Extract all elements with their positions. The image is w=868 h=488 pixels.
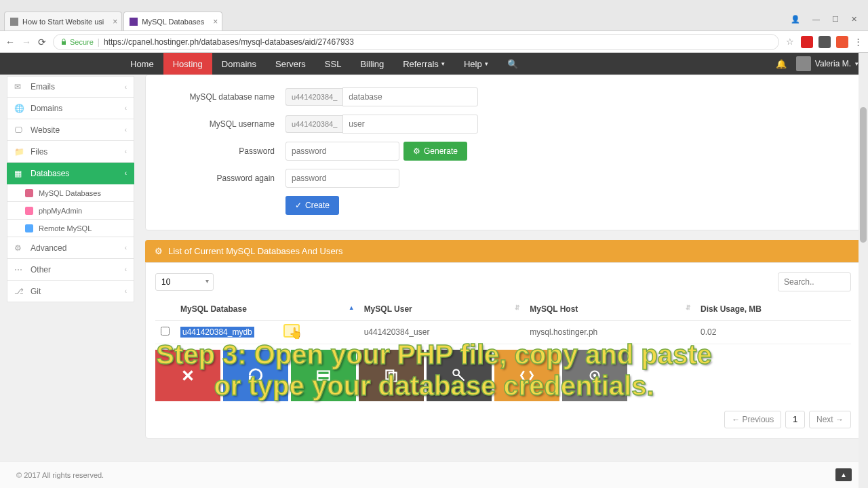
close-icon	[179, 367, 197, 384]
nav-search[interactable]: 🔍	[498, 53, 528, 75]
row-checkbox[interactable]	[161, 327, 170, 336]
chevron-left-icon: ‹	[125, 169, 127, 177]
col-disk: Disk Usage, MB	[695, 298, 851, 321]
scrollbar[interactable]	[859, 53, 868, 488]
nav-home[interactable]: Home	[121, 53, 163, 75]
user-menu[interactable]: Valeria M. ▾	[796, 56, 859, 71]
maximize-icon[interactable]: ☐	[832, 15, 839, 24]
password2-input[interactable]	[285, 169, 399, 188]
chevron-left-icon: ‹	[125, 244, 127, 251]
delete-tile[interactable]	[155, 350, 220, 401]
sidebar-item-git[interactable]: ⎇Git‹	[7, 281, 134, 302]
sidebar-item-emails[interactable]: ✉Emails‹	[7, 76, 134, 98]
db-table: MySQL Database▲ MySQL User⇵ MySQL Host⇵ …	[155, 298, 851, 344]
close-icon[interactable]: ×	[113, 17, 117, 26]
nav-servers[interactable]: Servers	[266, 53, 315, 75]
account-icon[interactable]: 👤	[791, 15, 800, 24]
server-icon	[315, 367, 332, 384]
sidebar-item-advanced[interactable]: ⚙Advanced‹	[7, 237, 134, 259]
col-db: MySQL Database▲	[175, 298, 359, 321]
chevron-left-icon: ‹	[125, 126, 127, 134]
reload-icon[interactable]: ⟳	[38, 37, 46, 47]
top-nav: Home Hosting Domains Servers SSL Billing…	[0, 53, 868, 75]
nav-domains[interactable]: Domains	[212, 53, 266, 75]
sidebar-item-databases[interactable]: ▦Databases‹	[7, 163, 134, 184]
mail-icon: ✉	[14, 82, 24, 92]
page-size-select[interactable]: 10	[155, 273, 214, 291]
copy-icon	[382, 367, 400, 384]
sidebar-sub-phpmyadmin[interactable]: phpMyAdmin	[7, 202, 134, 220]
nav-help[interactable]: Help ▾	[454, 53, 498, 75]
nav-billing[interactable]: Billing	[351, 53, 393, 75]
sidebar-item-domains[interactable]: 🌐Domains‹	[7, 98, 134, 119]
address-bar[interactable]: Secure | https://cpanel.hostinger.ph/dat…	[53, 34, 779, 50]
sort-icon[interactable]: ⇵	[686, 304, 691, 311]
db-icon	[25, 189, 33, 197]
extension-icon[interactable]	[836, 36, 848, 48]
menu-icon[interactable]: ⋮	[854, 37, 863, 47]
browser-tab[interactable]: How to Start Website usi ×	[4, 12, 122, 30]
star-icon[interactable]: ☆	[786, 37, 794, 47]
back-icon[interactable]: ←	[5, 37, 15, 47]
copy-tile[interactable]	[359, 350, 424, 401]
gear-icon: ⚙	[14, 243, 24, 253]
close-window-icon[interactable]: ✕	[851, 15, 857, 24]
password-input[interactable]	[285, 142, 399, 161]
db-name-input[interactable]	[342, 87, 478, 106]
table-search-input[interactable]	[778, 272, 851, 291]
sidebar-item-files[interactable]: 📁Files‹	[7, 141, 134, 163]
key-icon	[450, 367, 468, 384]
sort-icon[interactable]: ▲	[349, 304, 355, 311]
create-button[interactable]: ✓Create	[285, 196, 339, 215]
url-text: https://cpanel.hostinger.ph/databases/my…	[104, 37, 354, 47]
gear-icon: ⚙	[155, 246, 163, 256]
svg-rect-1	[317, 371, 329, 375]
sort-icon[interactable]: ⇵	[515, 304, 520, 311]
sidebar-sub-remote-mysql[interactable]: Remote MySQL	[7, 220, 134, 237]
scrollbar-thumb[interactable]	[860, 107, 867, 243]
browser-tabstrip: How to Start Website usi × MySQL Databas…	[0, 0, 868, 31]
username-input[interactable]	[342, 115, 478, 134]
sidebar: ✉Emails‹ 🌐Domains‹ 🖵Website‹ 📁Files‹ ▦Da…	[7, 75, 134, 488]
search-icon: 🔍	[507, 59, 518, 69]
forward-icon[interactable]: →	[22, 37, 31, 47]
chevron-left-icon: ‹	[125, 148, 127, 155]
prev-button[interactable]: ← Previous	[724, 411, 781, 428]
backup-tile[interactable]	[291, 350, 356, 401]
permissions-tile[interactable]	[494, 350, 559, 401]
scroll-top-button[interactable]: ▲	[835, 468, 852, 481]
close-icon[interactable]: ×	[213, 17, 218, 26]
page-number[interactable]: 1	[785, 411, 805, 428]
next-button[interactable]: Next →	[809, 411, 851, 428]
svg-rect-4	[389, 373, 397, 382]
nav-ssl[interactable]: SSL	[315, 53, 351, 75]
nav-hosting[interactable]: Hosting	[163, 53, 212, 75]
cell-host: mysql.hostinger.ph	[524, 321, 695, 344]
sidebar-sub-mysql-databases[interactable]: MySQL Databases	[7, 184, 134, 202]
chevron-left-icon: ‹	[125, 287, 127, 295]
favicon	[10, 18, 18, 26]
generate-button[interactable]: ⚙Generate	[403, 142, 467, 161]
nav-referrals[interactable]: Referrals ▾	[393, 53, 454, 75]
db-list-panel: 10 MySQL Database▲ MySQL User⇵ MySQL Hos…	[145, 262, 861, 439]
avatar	[796, 56, 811, 71]
extension-icon[interactable]	[801, 36, 813, 48]
check-icon: ✓	[295, 201, 302, 210]
minimize-icon[interactable]: —	[812, 15, 820, 24]
repair-tile[interactable]	[223, 350, 288, 401]
bell-icon[interactable]: 🔔	[776, 59, 787, 69]
password-tile[interactable]	[427, 350, 492, 401]
copyright: © 2017 All rights reserved.	[16, 471, 104, 479]
extension-icon[interactable]	[818, 36, 831, 48]
folder-icon: 📁	[14, 147, 24, 157]
sidebar-item-other[interactable]: ⋯Other‹	[7, 259, 134, 281]
sidebar-item-website[interactable]: 🖵Website‹	[7, 119, 134, 141]
globe-icon: 🌐	[14, 104, 24, 113]
browser-tab-active[interactable]: MySQL Databases ×	[123, 12, 222, 30]
table-row[interactable]: u441420384_mydb u441420384_user mysql.ho…	[155, 321, 851, 344]
phpmyadmin-tile[interactable]	[562, 350, 627, 401]
username-label: MySQL username	[161, 119, 285, 129]
chevron-down-icon: ▾	[441, 60, 445, 67]
chevron-down-icon: ▾	[485, 60, 488, 67]
db-name-label: MySQL database name	[161, 92, 285, 102]
